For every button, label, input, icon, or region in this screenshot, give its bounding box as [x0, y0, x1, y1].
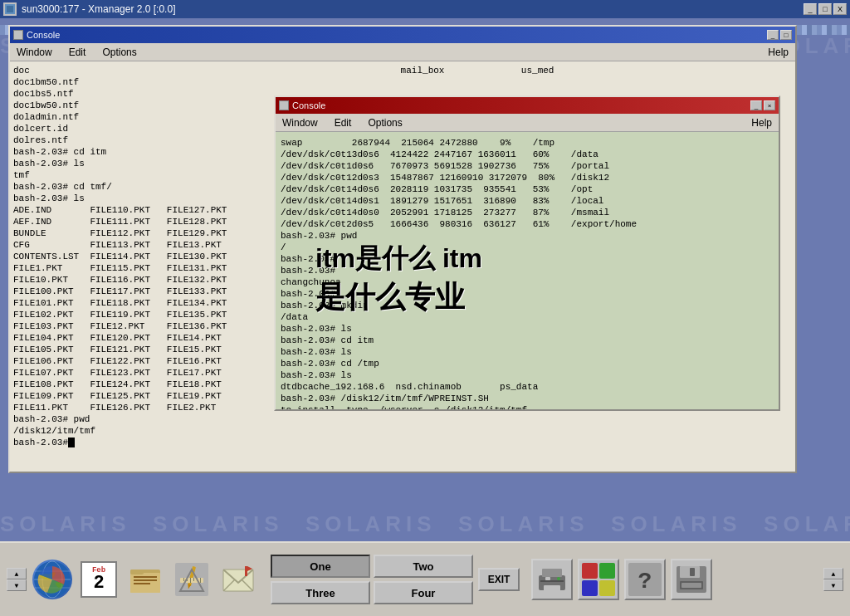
term-left-line-6: dolres.ntf: [13, 134, 279, 146]
term-left-line-7: bash-2.03# cd itm: [13, 146, 279, 158]
term-left-line-18: FILE10.PKT FILE116.PKT FILE132.PKT: [13, 274, 279, 286]
workspace-two-button[interactable]: Two: [374, 555, 473, 578]
workspace-row-top: One Two: [271, 555, 473, 578]
svg-rect-10: [134, 576, 157, 578]
workspace-buttons: One Two Three Four: [271, 555, 473, 604]
term-left-line-10: bash-2.03# cd tmf/: [13, 181, 279, 193]
scroll-up-arrow[interactable]: ▲: [7, 568, 27, 579]
overlay-term-line-18: bash-2.03# ls: [281, 346, 774, 358]
tools-icon-button[interactable]: [171, 559, 212, 600]
main-menu-bar: Window Edit Options Help: [10, 43, 795, 61]
overlay-minimize-btn[interactable]: _: [750, 100, 762, 110]
console-maximize-btn[interactable]: □: [780, 30, 792, 40]
menu-window[interactable]: Window: [13, 45, 56, 60]
overlay-term-line-21: dtdbcache_192.168.6 nsd.chinamob ps_data: [281, 381, 774, 393]
term-left-line-14: BUNDLE FILE112.PKT FILE129.PKT: [13, 227, 279, 239]
exit-button[interactable]: EXIT: [478, 568, 520, 591]
taskbar-right-arrows: ▲ ▼: [823, 568, 843, 591]
calendar-icon-button[interactable]: Feb 2: [78, 559, 120, 600]
term-left-line-17: FILE1.PKT FILE115.PKT FILE131.PKT: [13, 262, 279, 274]
term-left-line-3: doc1bw50.ntf: [13, 100, 279, 111]
drive-icon: [675, 563, 708, 596]
right-scroll-down[interactable]: ▼: [823, 579, 843, 591]
overlay-term-line-6: /dev/dsk/c0t14d0s0 2052991 1718125 27327…: [281, 207, 774, 218]
overlay-window-buttons: _ ×: [750, 100, 775, 110]
overlay-term-line-5: /dev/dsk/c0t14d0s1 1891279 1517651 31689…: [281, 195, 774, 207]
svg-rect-35: [540, 580, 564, 582]
menu-help[interactable]: Help: [765, 45, 792, 60]
minimize-button[interactable]: _: [804, 3, 817, 15]
title-bar-icon: [3, 2, 17, 16]
svg-rect-20: [193, 578, 194, 581]
svg-rect-12: [134, 583, 150, 584]
globe-icon-button[interactable]: [32, 559, 73, 600]
console-window-buttons: _ □: [767, 30, 792, 40]
close-button[interactable]: X: [833, 3, 847, 15]
console-minimize-btn[interactable]: _: [767, 30, 779, 40]
overlay-menu-help[interactable]: Help: [748, 115, 775, 130]
taskbar-scroll-arrows: ▲ ▼: [7, 568, 27, 591]
svg-rect-19: [190, 578, 191, 583]
color-icon-button[interactable]: [578, 559, 619, 600]
color-yellow: [599, 580, 615, 596]
scroll-down-arrow[interactable]: ▼: [7, 579, 27, 591]
overlay-terminal-area: swap 2687944 215064 2472880 9% /tmp/dev/…: [276, 132, 779, 409]
term-left-line-21: FILE102.PKT FILE119.PKT FILE135.PKT: [13, 309, 279, 320]
term-left-line-0: doc: [13, 65, 279, 76]
term-left-line-29: FILE11.PKT FILE126.PKT FILE2.PKT: [13, 402, 279, 413]
mail-icon-button[interactable]: [217, 559, 259, 600]
overlay-term-line-9: /: [281, 242, 774, 253]
printer-icon: [535, 564, 569, 595]
overlay-term-line-15: /data: [281, 311, 774, 323]
overlay-term-line-12: changchunoa: [281, 276, 774, 288]
overlay-console-title-text: Console: [292, 100, 325, 110]
overlay-menu-bar: Window Edit Options Help: [276, 114, 779, 132]
color-blue: [582, 580, 598, 596]
overlay-close-btn[interactable]: ×: [764, 100, 775, 110]
overlay-term-line-3: /dev/dsk/c0t12d0s3 15487867 12160910 317…: [281, 172, 774, 183]
overlay-term-line-8: bash-2.03# pwd: [281, 230, 774, 242]
overlay-term-line-11: bash-2.03#: [281, 265, 774, 276]
help-icon-button[interactable]: ?: [624, 559, 666, 600]
tools-icon: [173, 561, 210, 598]
color-red: [582, 563, 598, 579]
term-left-line-19: FILE100.PKT FILE117.PKT FILE133.PKT: [13, 286, 279, 297]
workspace-one-button[interactable]: One: [271, 555, 370, 578]
maximize-button[interactable]: □: [818, 3, 832, 15]
overlay-menu-options[interactable]: Options: [364, 115, 405, 130]
overlay-term-line-1: /dev/dsk/c0t13d0s6 4124422 2447167 16360…: [281, 149, 774, 160]
term-left-line-12: ADE.IND FILE110.PKT FILE127.PKT: [13, 204, 279, 216]
file-manager-icon: [127, 561, 164, 598]
file-manager-icon-button[interactable]: [125, 559, 166, 600]
svg-rect-11: [134, 579, 157, 581]
overlay-term-line-7: /dev/dsk/c0t2d0s5 1666436 980316 636127 …: [281, 218, 774, 230]
terminal-left-panel: docdoc1bm50.ntfdoc1bs5.ntfdoc1bw50.ntfdo…: [13, 65, 279, 468]
workspace-four-button[interactable]: Four: [374, 581, 473, 604]
calendar-day: 2: [93, 574, 104, 593]
overlay-term-line-20: bash-2.03# ls: [281, 369, 774, 381]
term-left-line-22: FILE103.PKT FILE12.PKT FILE136.PKT: [13, 320, 279, 332]
svg-text:?: ?: [638, 569, 652, 594]
console-title-text: Console: [27, 30, 60, 40]
console-icon: [13, 30, 23, 40]
svg-rect-28: [245, 566, 247, 576]
printer-icon-button[interactable]: [531, 559, 573, 600]
drive-icon-button[interactable]: [671, 559, 712, 600]
overlay-term-line-23: to install, type ./wserver -c /disk12/it…: [281, 404, 774, 409]
svg-point-34: [557, 577, 560, 580]
overlay-menu-window[interactable]: Window: [279, 115, 321, 130]
mail-icon: [220, 561, 256, 598]
right-scroll-up[interactable]: ▲: [823, 568, 843, 579]
menu-edit[interactable]: Edit: [66, 45, 90, 60]
overlay-menu-edit[interactable]: Edit: [331, 115, 355, 130]
overlay-term-line-17: bash-2.03# cd itm: [281, 335, 774, 346]
svg-rect-1: [7, 6, 13, 12]
svg-rect-32: [544, 585, 560, 592]
workspace-three-button[interactable]: Three: [271, 581, 370, 604]
menu-options[interactable]: Options: [99, 45, 139, 60]
overlay-term-line-13: bash-2.03#: [281, 288, 774, 300]
calendar-icon: Feb 2: [81, 561, 117, 598]
overlay-term-line-19: bash-2.03# cd /tmp: [281, 358, 774, 369]
title-bar-buttons: _ □ X: [804, 3, 847, 15]
color-green: [599, 563, 615, 579]
